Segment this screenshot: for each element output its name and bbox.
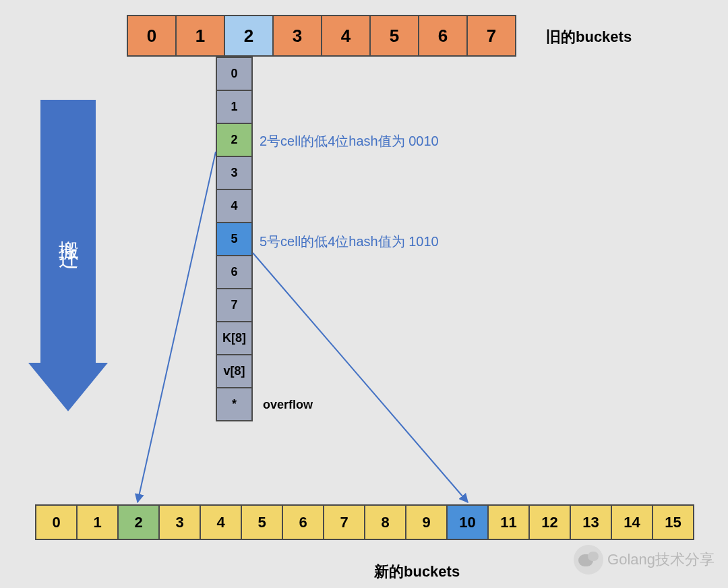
wechat-icon xyxy=(574,545,603,575)
new-bucket-cell: 1 xyxy=(76,504,119,540)
new-bucket-cell: 7 xyxy=(323,504,365,540)
detail-cell-overflow: * xyxy=(216,387,253,421)
old-buckets-row: 0 1 2 3 4 5 6 7 xyxy=(127,15,516,57)
detail-cell: 7 xyxy=(216,288,253,322)
old-bucket-cell: 7 xyxy=(466,15,516,57)
detail-cell-green: 2 xyxy=(216,123,253,157)
new-bucket-cell: 9 xyxy=(405,504,448,540)
detail-cell: 4 xyxy=(216,189,253,223)
detail-cell: 1 xyxy=(216,90,253,124)
connector-lines xyxy=(0,0,728,588)
new-bucket-cell: 4 xyxy=(200,504,242,540)
new-bucket-cell: 8 xyxy=(364,504,406,540)
old-bucket-cell-highlight: 2 xyxy=(224,15,274,57)
new-bucket-cell: 12 xyxy=(528,504,571,540)
old-bucket-cell: 6 xyxy=(418,15,468,57)
migration-arrow-text: 搬迁 xyxy=(55,225,82,238)
overflow-label: overflow xyxy=(263,398,313,412)
new-bucket-cell: 5 xyxy=(241,504,283,540)
svg-line-0 xyxy=(138,152,216,502)
new-buckets-row: 0 1 2 3 4 5 6 7 8 9 10 11 12 13 14 15 xyxy=(35,504,694,540)
old-bucket-cell: 5 xyxy=(369,15,419,57)
svg-line-1 xyxy=(253,253,468,502)
bucket-detail-column: 0 1 2 3 4 5 6 7 K[8] v[8] * xyxy=(216,57,253,421)
new-bucket-cell: 13 xyxy=(570,504,612,540)
old-buckets-label: 旧的buckets xyxy=(546,27,632,47)
old-bucket-cell: 4 xyxy=(321,15,371,57)
new-bucket-cell: 3 xyxy=(158,504,201,540)
new-bucket-cell: 6 xyxy=(282,504,324,540)
new-bucket-cell: 11 xyxy=(487,504,530,540)
watermark: Golang技术分享 xyxy=(574,545,715,575)
old-bucket-cell: 1 xyxy=(175,15,225,57)
detail-cell: 6 xyxy=(216,255,253,289)
detail-cell-blue: 5 xyxy=(216,222,253,256)
watermark-text: Golang技术分享 xyxy=(607,550,715,570)
detail-cell-values: v[8] xyxy=(216,354,253,388)
annotation-cell5: 5号cell的低4位hash值为 1010 xyxy=(260,233,439,251)
new-buckets-label: 新的buckets xyxy=(374,562,460,582)
detail-cell-keys: K[8] xyxy=(216,321,253,355)
new-bucket-cell: 14 xyxy=(611,504,653,540)
detail-cell: 0 xyxy=(216,57,253,91)
new-bucket-cell: 15 xyxy=(652,504,694,540)
new-bucket-cell: 0 xyxy=(35,504,78,540)
migration-arrow: 搬迁 xyxy=(28,100,108,411)
arrow-head-icon xyxy=(28,363,108,411)
old-bucket-cell: 3 xyxy=(272,15,322,57)
detail-cell: 3 xyxy=(216,156,253,190)
annotation-cell2: 2号cell的低4位hash值为 0010 xyxy=(260,132,439,150)
old-bucket-cell: 0 xyxy=(127,15,177,57)
new-bucket-cell-green: 2 xyxy=(117,504,160,540)
new-bucket-cell-blue: 10 xyxy=(446,504,489,540)
